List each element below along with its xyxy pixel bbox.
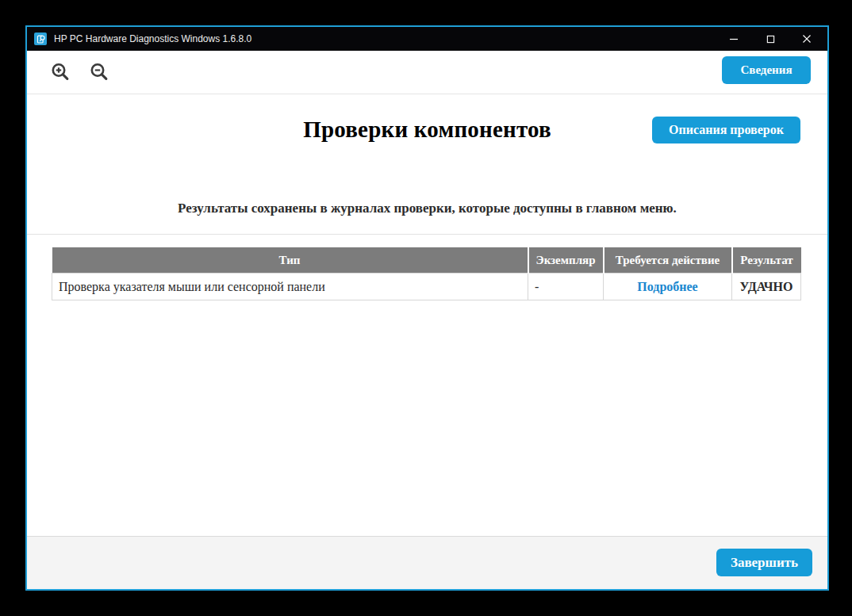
main-content: Проверки компонентов Описания проверок Р…: [27, 94, 827, 536]
window-controls: [727, 33, 813, 45]
results-note: Результаты сохранены в журналах проверки…: [27, 201, 827, 216]
app-window: HP PC Hardware Diagnostics Windows 1.6.8…: [25, 25, 829, 591]
titlebar: HP PC Hardware Diagnostics Windows 1.6.8…: [27, 27, 827, 51]
zoom-in-icon[interactable]: [49, 61, 71, 83]
result-status-badge: УДАЧНО: [732, 274, 801, 300]
test-descriptions-button[interactable]: Описания проверок: [652, 117, 800, 143]
toolbar: Сведения: [27, 51, 827, 94]
zoom-out-icon[interactable]: [88, 61, 110, 83]
window-title: HP PC Hardware Diagnostics Windows 1.6.8…: [54, 33, 251, 44]
test-type-cell: Проверка указателя мыши или сенсорной па…: [52, 274, 528, 300]
details-link[interactable]: Подробнее: [637, 280, 697, 293]
footer: Завершить: [27, 536, 827, 589]
hp-diagnostics-app-icon: [34, 33, 47, 45]
section-divider: [27, 234, 827, 235]
action-cell: Подробнее: [604, 274, 732, 300]
close-icon[interactable]: [800, 33, 813, 45]
column-header-type: Тип: [52, 247, 528, 274]
info-button[interactable]: Сведения: [722, 56, 811, 84]
column-header-action: Требуется действие: [604, 247, 732, 274]
maximize-icon[interactable]: [764, 33, 777, 45]
column-header-instance: Экземпляр: [528, 247, 604, 274]
finish-button[interactable]: Завершить: [716, 549, 812, 576]
table-header-row: Тип Экземпляр Требуется действие Результ…: [52, 247, 801, 274]
instance-cell: -: [528, 274, 604, 300]
table-row: Проверка указателя мыши или сенсорной па…: [52, 274, 801, 300]
results-table: Тип Экземпляр Требуется действие Результ…: [52, 247, 801, 300]
minimize-icon[interactable]: [727, 33, 740, 45]
column-header-result: Результат: [732, 247, 801, 274]
heading-row: Проверки компонентов Описания проверок: [27, 117, 827, 148]
